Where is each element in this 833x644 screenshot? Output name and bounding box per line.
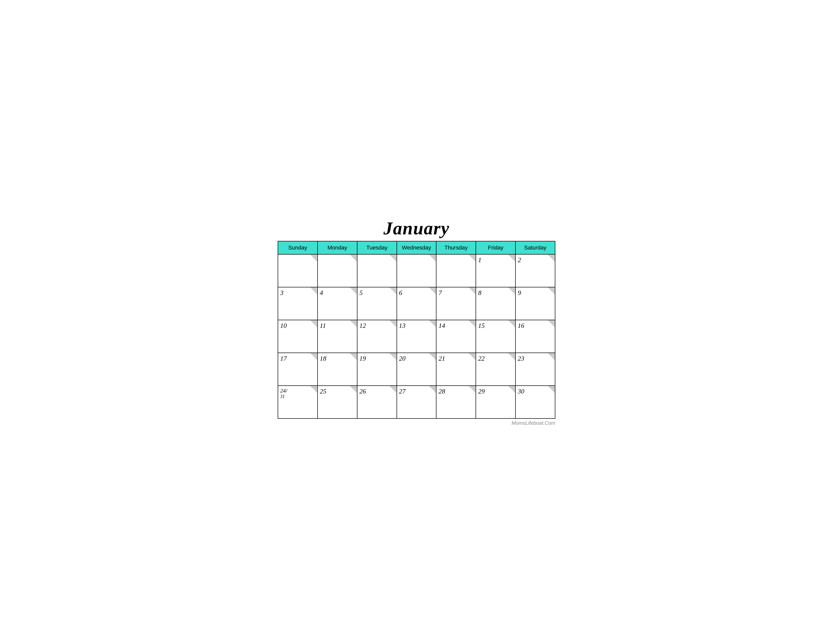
- day-number: 20: [399, 355, 406, 362]
- day-number: 10: [280, 322, 287, 329]
- calendar-cell: 13: [397, 320, 436, 353]
- watermark: MomsLifeboat.Com: [278, 420, 555, 426]
- corner-fold-decoration: [350, 353, 357, 360]
- day-header-saturday: Saturday: [515, 241, 555, 254]
- calendar-cell: 25: [318, 386, 357, 419]
- calendar-cell: [278, 254, 318, 287]
- calendar-cell: 22: [476, 353, 515, 386]
- calendar-table: SundayMondayTuesdayWednesdayThursdayFrid…: [278, 241, 555, 419]
- day-number: 21: [439, 355, 445, 362]
- calendar-cell: 1: [476, 254, 515, 287]
- corner-fold-decoration: [468, 287, 476, 295]
- calendar-cell: [318, 254, 357, 287]
- day-number: 8: [478, 289, 481, 296]
- day-number: 9: [518, 289, 521, 296]
- day-header-wednesday: Wednesday: [397, 241, 436, 254]
- day-header-monday: Monday: [318, 241, 357, 254]
- corner-fold-decoration: [548, 254, 555, 262]
- calendar-cell: 29: [476, 386, 515, 419]
- day-number: 19: [359, 355, 366, 362]
- day-number: 7: [439, 289, 442, 296]
- day-number: 16: [518, 322, 524, 329]
- calendar-cell: 6: [397, 287, 436, 320]
- corner-fold-decoration: [389, 254, 397, 262]
- calendar-title: January: [278, 218, 555, 239]
- calendar-cell: 9: [515, 287, 555, 320]
- day-number: 15: [478, 322, 485, 329]
- calendar-cell: 18: [318, 353, 357, 386]
- calendar-cell: 28: [436, 386, 476, 419]
- corner-fold-decoration: [310, 287, 317, 295]
- day-number: 1: [478, 256, 481, 264]
- calendar-week-5: 24/31252627282930: [278, 386, 555, 419]
- corner-fold-decoration: [548, 353, 555, 360]
- calendar-cell: 7: [436, 287, 476, 320]
- day-header-tuesday: Tuesday: [357, 241, 397, 254]
- day-number: 25: [320, 388, 326, 395]
- date-top: 24/: [280, 387, 315, 394]
- corner-fold-decoration: [389, 386, 397, 393]
- calendar-cell: 24/31: [278, 386, 318, 419]
- corner-fold-decoration: [389, 353, 397, 360]
- corner-fold-decoration: [508, 254, 515, 262]
- corner-fold-decoration: [310, 353, 317, 360]
- day-number: 6: [399, 289, 402, 296]
- corner-fold-decoration: [350, 287, 357, 295]
- corner-fold-decoration: [350, 386, 357, 393]
- day-number: 11: [320, 322, 326, 329]
- day-number: 3: [280, 289, 283, 296]
- double-date-wrapper: 24/31: [280, 387, 315, 399]
- corner-fold-decoration: [548, 287, 555, 295]
- calendar-cell: 5: [357, 287, 397, 320]
- calendar-week-3: 10111213141516: [278, 320, 555, 353]
- day-number: 18: [320, 355, 326, 362]
- calendar-cell: 19: [357, 353, 397, 386]
- day-number: 4: [320, 289, 323, 296]
- calendar-cell: 27: [397, 386, 436, 419]
- calendar-cell: 21: [436, 353, 476, 386]
- calendar-cell: 14: [436, 320, 476, 353]
- corner-fold-decoration: [429, 320, 436, 327]
- calendar-cell: 20: [397, 353, 436, 386]
- corner-fold-decoration: [389, 320, 397, 327]
- date-bottom: 31: [280, 394, 315, 399]
- day-number: 27: [399, 388, 406, 395]
- calendar-cell: 15: [476, 320, 515, 353]
- calendar-cell: 11: [318, 320, 357, 353]
- corner-fold-decoration: [429, 254, 436, 262]
- day-header-thursday: Thursday: [436, 241, 476, 254]
- corner-fold-decoration: [468, 353, 476, 360]
- day-number: 29: [478, 388, 485, 395]
- corner-fold-decoration: [429, 386, 436, 393]
- day-number: 26: [359, 388, 366, 395]
- corner-fold-decoration: [508, 287, 515, 295]
- corner-fold-decoration: [350, 320, 357, 327]
- calendar-cell: [436, 254, 476, 287]
- corner-fold-decoration: [429, 287, 436, 295]
- day-number: 30: [518, 388, 524, 395]
- day-number: 28: [439, 388, 445, 395]
- day-number: 2: [518, 256, 521, 264]
- corner-fold-decoration: [548, 386, 555, 393]
- corner-fold-decoration: [508, 320, 515, 327]
- corner-fold-decoration: [508, 386, 515, 393]
- calendar-container: January SundayMondayTuesdayWednesdayThur…: [278, 218, 555, 426]
- day-number: 23: [518, 355, 524, 362]
- calendar-cell: 2: [515, 254, 555, 287]
- calendar-cell: [397, 254, 436, 287]
- day-number: 13: [399, 322, 406, 329]
- day-header-sunday: Sunday: [278, 241, 318, 254]
- calendar-cell: 10: [278, 320, 318, 353]
- corner-fold-decoration: [508, 353, 515, 360]
- corner-fold-decoration: [429, 353, 436, 360]
- calendar-week-2: 3456789: [278, 287, 555, 320]
- corner-fold-decoration: [350, 254, 357, 262]
- corner-fold-decoration: [468, 320, 476, 327]
- calendar-cell: 12: [357, 320, 397, 353]
- calendar-cell: 8: [476, 287, 515, 320]
- calendar-cell: 4: [318, 287, 357, 320]
- calendar-cell: [357, 254, 397, 287]
- corner-fold-decoration: [310, 254, 317, 262]
- calendar-cell: 23: [515, 353, 555, 386]
- day-number: 14: [439, 322, 445, 329]
